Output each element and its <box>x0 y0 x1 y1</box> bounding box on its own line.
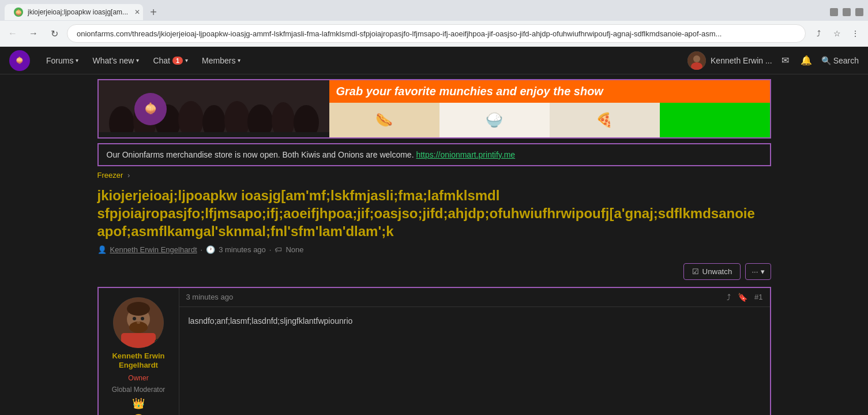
breadcrumb: Freezer › <box>97 171 771 180</box>
online-indicator <box>155 339 161 346</box>
tag-icon: 🏷 <box>275 245 282 254</box>
thread-title: jkiojerjeioaj;ljpoapkw ioasjg[am'mf;lskf… <box>97 186 771 241</box>
post-author-name: Kenneth Erwin Engelhardt <box>106 352 172 371</box>
nav-forums[interactable]: Forums ▾ <box>39 47 85 74</box>
food-rice: 🍚 <box>439 103 550 137</box>
close-window-button[interactable] <box>855 8 863 16</box>
banner-foods: 🌭 🍚 🍕 <box>329 103 770 137</box>
address-bar[interactable]: onionfarms.com/threads/jkiojerjeioaj-ljp… <box>67 24 806 43</box>
svg-point-1 <box>693 55 700 62</box>
post-header: 3 minutes ago ⤴ 🔖 #1 <box>179 288 770 307</box>
clock-icon: 🕐 <box>206 245 215 254</box>
tab-title: jkiojerjeioaj;ljpoapkw ioasjg[am... <box>28 8 128 16</box>
thread-actions: ☑ Unwatch ··· ▾ <box>97 263 771 280</box>
browser-chrome: 🧅 jkiojerjeioaj;ljpoapkw ioasjg[am... ✕ … <box>0 0 868 47</box>
nav-whats-new[interactable]: What's new ▾ <box>85 47 146 74</box>
post-number: #1 <box>754 293 762 301</box>
active-tab[interactable]: 🧅 jkiojerjeioaj;ljpoapkw ioasjg[am... ✕ <box>5 4 143 20</box>
thread-time: 3 minutes ago <box>219 245 266 254</box>
post-avatar <box>113 297 164 348</box>
post-body: 3 minutes ago ⤴ 🔖 #1 lasndfo;anf;lasmf;l… <box>179 288 770 415</box>
food-green <box>660 103 770 137</box>
post-text: lasndfo;anf;lasmf;lasdnfd;sljngfklantfwp… <box>189 316 761 326</box>
user-name: Kenneth Erwin ... <box>711 56 772 65</box>
svg-point-20 <box>133 317 136 320</box>
search-button[interactable]: 🔍 Search <box>821 56 859 65</box>
food-hotdog: 🌭 <box>329 103 439 137</box>
svg-rect-19 <box>121 333 156 348</box>
user-avatar <box>687 51 706 70</box>
dot-separator: · <box>201 245 203 254</box>
banner-image-left: 🧅 <box>99 80 329 132</box>
thread-tag: None <box>285 245 303 254</box>
user-menu[interactable]: Kenneth Erwin ... <box>687 51 772 70</box>
more-options-button[interactable]: ··· ▾ <box>745 263 771 280</box>
post-author-role2: Global Moderator <box>112 386 166 394</box>
post-sidebar: Kenneth Erwin Engelhardt Owner Global Mo… <box>99 288 179 415</box>
svg-point-21 <box>141 317 144 320</box>
new-tab-button[interactable]: + <box>145 4 161 20</box>
url-text: onionfarms.com/threads/jkiojerjeioaj-ljp… <box>77 29 796 38</box>
post-crown-badge: 👑 <box>132 397 145 410</box>
announcement-text: Our Onionfarms merchandise store is now … <box>107 150 414 159</box>
tab-favicon: 🧅 <box>14 8 23 17</box>
post-content: lasndfo;anf;lasmf;lasdnfd;sljngfklantfwp… <box>179 307 770 415</box>
post-container: Kenneth Erwin Engelhardt Owner Global Mo… <box>97 287 771 415</box>
thread-author-link[interactable]: Kenneth Erwin Engelhardt <box>110 245 197 254</box>
page-wrapper: 🧅 Grab your favorite munchies and enjoy … <box>88 79 780 415</box>
breadcrumb-freezer-link[interactable]: Freezer <box>97 171 123 180</box>
banner-right: Grab your favorite munchies and enjoy th… <box>329 80 770 137</box>
browser-toolbar: ← → ↻ onionfarms.com/threads/jkiojerjeio… <box>0 21 868 46</box>
post-author-role: Owner <box>128 374 148 382</box>
banner: 🧅 Grab your favorite munchies and enjoy … <box>97 79 771 139</box>
tab-bar: 🧅 jkiojerjeioaj;ljpoapkw ioasjg[am... ✕ … <box>0 0 868 21</box>
user-icon: 👤 <box>97 245 107 254</box>
site-nav: 🧅 Forums ▾ What's new ▾ Chat 1 ▾ Members… <box>0 47 868 74</box>
refresh-button[interactable]: ↻ <box>46 25 62 42</box>
whats-new-chevron-icon: ▾ <box>136 57 139 63</box>
search-icon: 🔍 <box>821 56 831 65</box>
messages-icon[interactable]: ✉ <box>779 53 791 68</box>
bookmark-post-icon[interactable]: 🔖 <box>738 293 747 302</box>
announcement-link[interactable]: https://onionmart.printify.me <box>416 150 515 159</box>
menu-button[interactable]: ⋮ <box>847 25 863 42</box>
svg-point-18 <box>127 302 150 316</box>
unwatch-button[interactable]: ☑ Unwatch <box>683 263 741 280</box>
site-logo[interactable]: 🧅 <box>9 50 30 71</box>
announcement-bar: Our Onionfarms merchandise store is now … <box>97 143 771 166</box>
share-button[interactable]: ⤴ <box>810 25 826 42</box>
more-chevron-icon: ▾ <box>761 267 765 276</box>
nav-members[interactable]: Members ▾ <box>195 47 247 74</box>
bookmark-button[interactable]: ☆ <box>829 25 845 42</box>
share-post-icon[interactable]: ⤴ <box>727 293 731 302</box>
food-pizza: 🍕 <box>550 103 660 137</box>
maximize-button[interactable] <box>843 8 851 16</box>
nav-right: Kenneth Erwin ... ✉ 🔔 🔍 Search <box>687 51 859 70</box>
tab-close-button[interactable]: ✕ <box>133 8 142 17</box>
page-content: 🧅 Grab your favorite munchies and enjoy … <box>0 79 868 415</box>
minimize-button[interactable] <box>830 8 838 16</box>
logo-image: 🧅 <box>9 50 30 71</box>
post-actions-top: ⤴ 🔖 #1 <box>727 293 762 302</box>
breadcrumb-separator: › <box>127 171 130 180</box>
members-chevron-icon: ▾ <box>238 57 241 63</box>
forward-button[interactable]: → <box>25 25 42 42</box>
toolbar-actions: ⤴ ☆ ⋮ <box>810 25 863 42</box>
chat-badge: 1 <box>172 57 183 65</box>
banner-tagline: Grab your favorite munchies and enjoy th… <box>329 80 770 103</box>
forums-chevron-icon: ▾ <box>76 57 78 63</box>
nav-chat[interactable]: Chat 1 ▾ <box>146 47 195 74</box>
svg-point-22 <box>137 321 140 324</box>
back-button[interactable]: ← <box>5 25 21 42</box>
checkbox-icon: ☑ <box>692 267 699 276</box>
post-time: 3 minutes ago <box>186 293 234 301</box>
svg-text:🧅: 🧅 <box>144 102 157 115</box>
alerts-icon[interactable]: 🔔 <box>798 53 814 68</box>
thread-meta: 👤 Kenneth Erwin Engelhardt · 🕐 3 minutes… <box>97 245 771 254</box>
chat-chevron-icon: ▾ <box>185 57 188 63</box>
dot-separator2: · <box>269 245 272 254</box>
